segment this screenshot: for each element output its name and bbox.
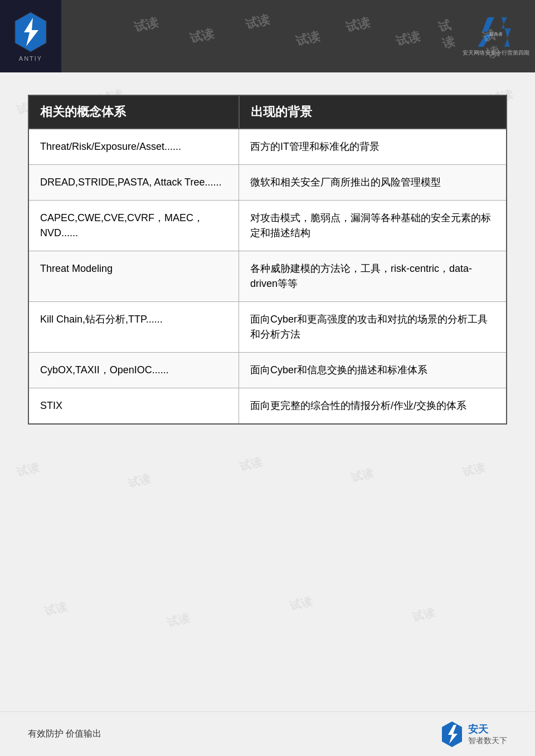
header: ANTIY 试读 试读 试读 试读 试读 试读 试读 试读 领跑者 安天网络安全… xyxy=(0,0,535,72)
footer-logo-icon xyxy=(440,720,465,748)
col2-header: 出现的背景 xyxy=(239,95,507,129)
wm1: 试读 xyxy=(132,14,160,36)
table-cell-col2: 面向Cyber和更高强度的攻击和对抗的场景的分析工具和分析方法 xyxy=(239,302,507,353)
main-content: 相关的概念体系 出现的背景 Threat/Risk/Exposure/Asset… xyxy=(0,72,535,441)
table-cell-col2: 西方的IT管理和标准化的背景 xyxy=(239,129,507,165)
bg-wm-21: 试读 xyxy=(349,465,375,485)
footer-logo-subtext: 智者数天下 xyxy=(468,736,507,746)
footer-logo: 安天 智者数天下 xyxy=(440,720,507,748)
table-row: Kill Chain,钻石分析,TTP......面向Cyber和更高强度的攻击… xyxy=(28,302,507,353)
table-cell-col2: 面向更完整的综合性的情报分析/作业/交换的体系 xyxy=(239,388,507,425)
table-row: Threat/Risk/Exposure/Asset......西方的IT管理和… xyxy=(28,129,507,165)
header-watermarks: 试读 试读 试读 试读 试读 试读 试读 试读 xyxy=(61,0,463,72)
table-row: DREAD,STRIDE,PASTA, Attack Tree......微软和… xyxy=(28,165,507,201)
bg-wm-18: 试读 xyxy=(15,460,41,480)
table-cell-col2: 各种威胁建模的方法论，工具，risk-centric，data-driven等等 xyxy=(239,251,507,302)
table-cell-col2: 面向Cyber和信息交换的描述和标准体系 xyxy=(239,353,507,388)
wm4: 试读 xyxy=(294,28,322,50)
bg-wm-25: 试读 xyxy=(288,593,314,613)
wm5: 试读 xyxy=(344,14,372,36)
table-cell-col1: CybOX,TAXII，OpenIOC...... xyxy=(28,353,239,388)
footer: 有效防护 价值输出 安天 智者数天下 xyxy=(0,711,535,756)
col1-header: 相关的概念体系 xyxy=(28,95,239,129)
table-row: STIX面向更完整的综合性的情报分析/作业/交换的体系 xyxy=(28,388,507,425)
table-row: CybOX,TAXII，OpenIOC......面向Cyber和信息交换的描述… xyxy=(28,353,507,388)
wm6: 试读 xyxy=(394,28,422,50)
wm3: 试读 xyxy=(244,11,271,33)
table-row: CAPEC,CWE,CVE,CVRF，MAEC，NVD......对攻击模式，脆… xyxy=(28,201,507,251)
wm7: 试读 xyxy=(436,14,466,52)
table-cell-col1: Threat Modeling xyxy=(28,251,239,302)
table-cell-col1: Threat/Risk/Exposure/Asset...... xyxy=(28,129,239,165)
footer-tagline: 有效防护 价值输出 xyxy=(28,728,101,740)
bg-wm-19: 试读 xyxy=(127,471,152,491)
logo-block: ANTIY xyxy=(0,0,61,72)
table-cell-col2: 微软和相关安全厂商所推出的风险管理模型 xyxy=(239,165,507,201)
bg-wm-26: 试读 xyxy=(411,604,436,625)
bg-wm-22: 试读 xyxy=(461,460,487,480)
table-cell-col1: CAPEC,CWE,CVE,CVRF，MAEC，NVD...... xyxy=(28,201,239,251)
bg-wm-23: 试读 xyxy=(43,599,69,619)
table-cell-col2: 对攻击模式，脆弱点，漏洞等各种基础的安全元素的标定和描述结构 xyxy=(239,201,507,251)
antiy-text: ANTIY xyxy=(19,55,42,62)
table-row: Threat Modeling各种威胁建模的方法论，工具，risk-centri… xyxy=(28,251,507,302)
concepts-table: 相关的概念体系 出现的背景 Threat/Risk/Exposure/Asset… xyxy=(28,95,507,425)
bg-wm-24: 试读 xyxy=(166,610,191,630)
wm2: 试读 xyxy=(188,25,216,47)
bg-wm-20: 试读 xyxy=(238,454,264,474)
antiy-logo-icon xyxy=(13,11,49,53)
table-cell-col1: DREAD,STRIDE,PASTA, Attack Tree...... xyxy=(28,165,239,201)
footer-logo-text: 安天 xyxy=(468,723,507,736)
table-cell-col1: STIX xyxy=(28,388,239,425)
table-cell-col1: Kill Chain,钻石分析,TTP...... xyxy=(28,302,239,353)
